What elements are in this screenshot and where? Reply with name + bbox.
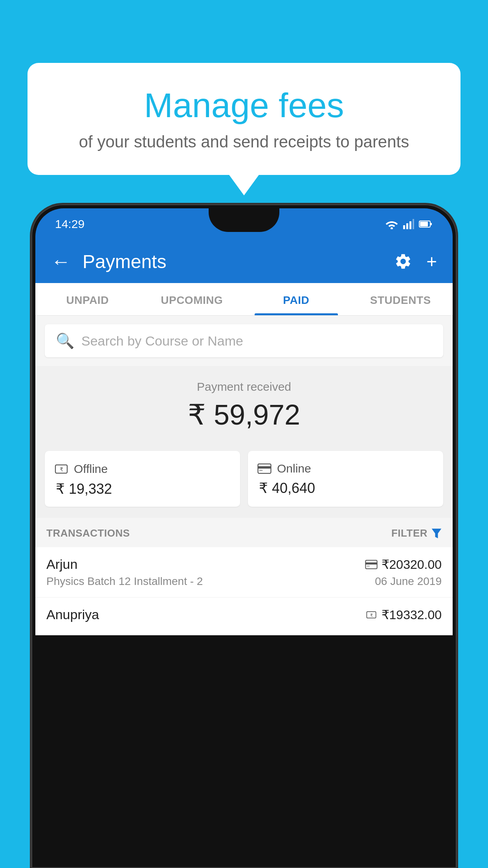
phone-inner: 14:29: [35, 208, 453, 864]
offline-payment-card: ₹ Offline ₹ 19,332: [45, 451, 240, 507]
search-bar[interactable]: 🔍 Search by Course or Name: [45, 324, 443, 357]
svg-rect-6: [430, 223, 432, 225]
svg-rect-4: [413, 219, 414, 229]
app-bar-actions: +: [394, 251, 437, 272]
offline-card-type: Offline: [74, 462, 108, 476]
transaction-bottom-arjun: Physics Batch 12 Installment - 2 06 June…: [46, 575, 442, 588]
svg-text:₹: ₹: [370, 612, 372, 617]
add-button[interactable]: +: [426, 251, 437, 272]
back-button[interactable]: ←: [51, 250, 71, 273]
app-bar: ← Payments +: [35, 240, 453, 283]
transaction-top-anupriya: Anupriya ₹ ₹19332.00: [46, 607, 442, 622]
payment-received-section: Payment received ₹ 59,972: [35, 366, 453, 443]
tab-bar: UNPAID UPCOMING PAID STUDENTS: [35, 283, 453, 316]
svg-marker-13: [432, 528, 442, 538]
filter-button[interactable]: FILTER: [391, 527, 442, 539]
signal-icon: [403, 219, 414, 229]
screen-content: 🔍 Search by Course or Name Payment recei…: [35, 316, 453, 635]
speech-bubble-container: Manage fees of your students and send re…: [28, 63, 460, 175]
wifi-icon: [385, 219, 398, 229]
transactions-header: TRANSACTIONS FILTER: [35, 518, 453, 547]
transaction-amount-arjun: ₹20320.00: [382, 557, 442, 572]
svg-rect-16: [367, 565, 370, 566]
transaction-name-arjun: Arjun: [46, 557, 77, 572]
tab-unpaid[interactable]: UNPAID: [35, 283, 140, 315]
bubble-subtitle: of your students and send receipts to pa…: [59, 132, 429, 151]
online-icon: [257, 463, 272, 474]
filter-label: FILTER: [391, 527, 427, 539]
svg-rect-15: [365, 562, 377, 564]
phone-frame: 14:29: [31, 204, 457, 868]
transaction-amount-anupriya: ₹19332.00: [382, 607, 442, 622]
payment-type-icon-anupriya: ₹: [365, 609, 378, 620]
app-title: Payments: [83, 251, 382, 272]
online-card-amount: ₹ 40,640: [257, 480, 434, 497]
tab-paid[interactable]: PAID: [244, 283, 349, 315]
online-card-header: Online: [257, 462, 434, 475]
offline-card-header: ₹ Offline: [54, 462, 231, 476]
filter-icon: [431, 528, 442, 539]
tab-upcoming[interactable]: UPCOMING: [140, 283, 244, 315]
payment-received-label: Payment received: [35, 380, 453, 394]
transaction-amount-row-arjun: ₹20320.00: [365, 557, 442, 572]
status-icons: [385, 219, 433, 229]
svg-text:₹: ₹: [60, 467, 63, 473]
transaction-date-arjun: 06 June 2019: [375, 575, 442, 588]
transaction-row[interactable]: Anupriya ₹ ₹19332.00: [35, 598, 453, 635]
offline-card-amount: ₹ 19,332: [54, 481, 231, 497]
transactions-label: TRANSACTIONS: [46, 527, 130, 539]
svg-rect-7: [420, 222, 428, 226]
settings-icon[interactable]: [394, 252, 412, 270]
transaction-name-anupriya: Anupriya: [46, 607, 99, 622]
online-payment-card: Online ₹ 40,640: [248, 451, 443, 507]
svg-rect-11: [258, 466, 271, 469]
online-card-type: Online: [277, 462, 311, 475]
status-time: 14:29: [55, 217, 84, 231]
svg-rect-12: [259, 470, 263, 471]
svg-rect-3: [409, 221, 411, 229]
status-bar: 14:29: [35, 208, 453, 240]
transaction-amount-row-anupriya: ₹ ₹19332.00: [365, 607, 442, 622]
bubble-title: Manage fees: [59, 86, 429, 125]
svg-point-0: [391, 227, 393, 229]
offline-icon: ₹: [54, 462, 68, 476]
transaction-course-arjun: Physics Batch 12 Installment - 2: [46, 575, 203, 588]
svg-rect-1: [403, 225, 405, 229]
search-icon: 🔍: [56, 332, 74, 349]
payment-cards: ₹ Offline ₹ 19,332: [35, 443, 453, 518]
tab-students[interactable]: STUDENTS: [349, 283, 453, 315]
payment-type-icon-arjun: [365, 560, 378, 569]
payment-total-amount: ₹ 59,972: [35, 398, 453, 431]
transaction-top-arjun: Arjun ₹20320.00: [46, 557, 442, 572]
speech-bubble: Manage fees of your students and send re…: [28, 63, 460, 175]
svg-rect-2: [406, 223, 408, 229]
search-placeholder: Search by Course or Name: [81, 333, 243, 349]
transaction-row[interactable]: Arjun ₹20320.00 Physics Batch 12 Install…: [35, 547, 453, 598]
battery-icon: [419, 220, 433, 228]
